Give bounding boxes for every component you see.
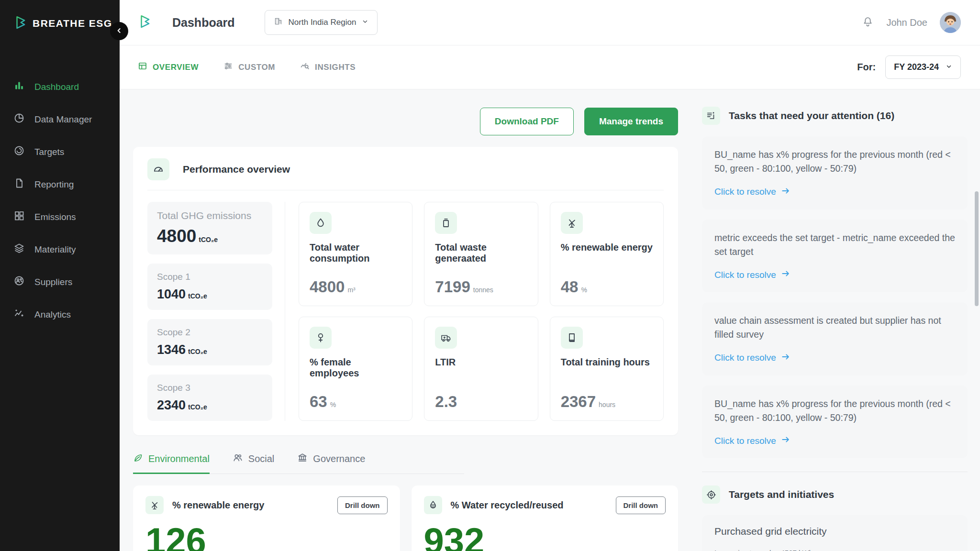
task-card: BU_name has x% progress for the previous… (702, 136, 968, 209)
tile-value: 63 (310, 393, 327, 410)
sidebar-collapse-button[interactable] (110, 22, 128, 40)
ghg-value: 2340tCO₂e (157, 398, 263, 413)
page-title: Dashboard (172, 16, 235, 30)
sidebar-item-label: Reporting (34, 179, 74, 190)
task-text: BU_name has x% progress for the previous… (714, 148, 955, 176)
metric-tiles-grid: Total water consumption 4800m³ Total was… (285, 202, 664, 421)
tab-label: CUSTOM (238, 63, 275, 72)
esg-tabbar: Environmental Social Governance (133, 452, 464, 474)
sidebar-item-label: Dashboard (34, 82, 79, 92)
tile-label: % renewable energy (561, 242, 653, 253)
tile-label: % female employees (310, 357, 401, 379)
user-avatar[interactable] (940, 12, 961, 33)
performance-overview-body: Total GHG emissions 4800tCO₂e Scope 1 10… (147, 190, 664, 421)
tile-unit: hours (599, 401, 615, 408)
click-to-resolve-link[interactable]: Click to resolve (714, 352, 791, 364)
fiscal-year-zone: For: FY 2023-24 (857, 55, 961, 79)
sidebar-item-dashboard[interactable]: Dashboard (0, 74, 120, 100)
drill-down-button[interactable]: Drill down (337, 496, 388, 514)
click-to-resolve-link[interactable]: Click to resolve (714, 186, 791, 198)
environmental-metric-cards: % renewable energy Drill down 126 Litres… (133, 485, 678, 551)
tasks-title: Tasks that need your attention (16) (729, 110, 894, 121)
tab-label: INSIGHTS (315, 63, 356, 72)
ghg-unit: tCO₂e (188, 348, 207, 355)
overview-grid-icon (138, 61, 147, 73)
region-selector[interactable]: North India Region (265, 10, 378, 35)
tab-social[interactable]: Social (233, 452, 274, 474)
metric-card-value: 932 (424, 521, 666, 551)
tab-custom[interactable]: CUSTOM (223, 61, 275, 73)
drill-down-button[interactable]: Drill down (616, 496, 666, 514)
ghg-label: Scope 1 (157, 272, 263, 282)
metric-card-value: 126 (145, 521, 388, 551)
sidebar-item-label: Analytics (34, 309, 71, 320)
tile-value: 2.3 (435, 393, 457, 410)
ghg-label: Scope 2 (157, 327, 263, 338)
tab-governance[interactable]: Governance (297, 452, 365, 474)
fiscal-year-selector[interactable]: FY 2023-24 (885, 55, 961, 79)
windmill-icon (561, 212, 583, 234)
click-to-resolve-link[interactable]: Click to resolve (714, 435, 791, 447)
sidebar-item-data-manager[interactable]: Data Manager (0, 106, 120, 132)
arrow-right-icon (781, 186, 791, 198)
renewable-energy-card: % renewable energy Drill down 126 Litres… (133, 485, 400, 551)
ghg-unit: tCO₂e (199, 236, 218, 243)
tile-water-consumption: Total water consumption 4800m³ (299, 202, 412, 306)
ghg-value: 1346tCO₂e (157, 342, 263, 357)
target-card: Purchased grid electricity Increasing to… (702, 515, 968, 551)
for-label: For: (857, 62, 876, 73)
tab-environmental[interactable]: Environmental (133, 452, 210, 474)
female-icon (310, 327, 332, 349)
click-to-resolve-link[interactable]: Click to resolve (714, 269, 791, 281)
sidebar-item-emissions[interactable]: Emissions (0, 204, 120, 230)
windmill-icon (145, 496, 164, 514)
resolve-label: Click to resolve (714, 436, 776, 446)
targets-title: Targets and initiatives (729, 489, 834, 500)
tile-value-row: 2367hours (561, 384, 653, 411)
tab-overview[interactable]: OVERVIEW (138, 61, 199, 73)
task-card: BU_name has x% progress for the previous… (702, 386, 968, 459)
ghg-total-box: Total GHG emissions 4800tCO₂e (147, 202, 272, 254)
sidebar-item-suppliers[interactable]: Suppliers (0, 269, 120, 295)
topbar: Dashboard North India Region John Doe (120, 0, 980, 45)
metric-card-label: % renewable energy (172, 500, 264, 511)
sidebar-item-materiality[interactable]: Materiality (0, 236, 120, 263)
esg-tab-label: Social (248, 453, 274, 464)
bar-chart-icon (13, 80, 25, 94)
ambulance-icon (435, 327, 457, 349)
sidebar-item-label: Materiality (34, 244, 76, 255)
esg-tab-label: Environmental (148, 453, 210, 464)
actions-row: Download PDF Manage trends (133, 108, 678, 135)
tab-insights[interactable]: INSIGHTS (300, 61, 356, 73)
tile-value-row: 63% (310, 384, 401, 411)
tile-ltir: LTIR 2.3 (424, 317, 538, 421)
sidebar-item-analytics[interactable]: Analytics (0, 301, 120, 328)
droplet-striped-icon (424, 496, 442, 514)
chevron-down-icon (362, 18, 368, 27)
ghg-unit: tCO₂e (188, 292, 207, 300)
brand-name: BREATHE ESG (33, 18, 112, 29)
page-scrollbar[interactable] (975, 191, 979, 306)
manage-trends-button[interactable]: Manage trends (584, 108, 678, 135)
sidebar-item-label: Data Manager (34, 114, 92, 125)
tile-value: 7199 (435, 278, 470, 296)
target-rings-icon (13, 145, 25, 159)
sliders-icon (223, 61, 233, 73)
droplet-icon (310, 212, 332, 234)
tile-label: LTIR (435, 357, 527, 368)
arrow-right-icon (781, 269, 791, 281)
ghg-label: Total GHG emissions (157, 210, 263, 221)
tasks-icon (702, 107, 720, 125)
sidebar-nav: Dashboard Data Manager Targets Reporting… (0, 74, 120, 334)
page-logo-icon (138, 14, 152, 31)
brand-logo-icon (13, 15, 28, 32)
tile-unit: % (581, 286, 587, 294)
download-pdf-button[interactable]: Download PDF (480, 108, 574, 135)
sidebar-item-label: Emissions (34, 212, 76, 222)
trend-sparkle-icon (13, 308, 25, 321)
sidebar-item-targets[interactable]: Targets (0, 139, 120, 165)
tile-value: 4800 (310, 278, 345, 296)
notifications-button[interactable] (862, 16, 874, 29)
tile-training-hours: Total training hours 2367hours (550, 317, 664, 421)
sidebar-item-reporting[interactable]: Reporting (0, 171, 120, 198)
